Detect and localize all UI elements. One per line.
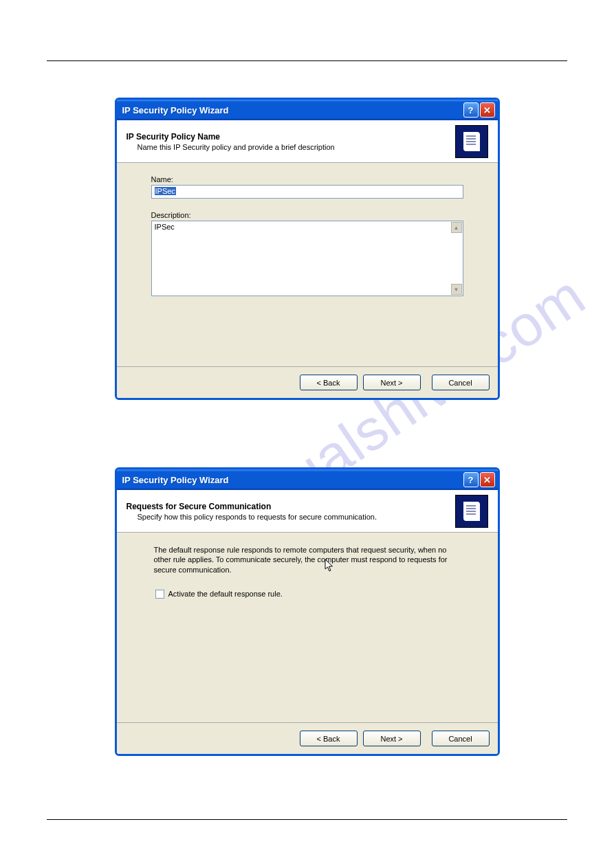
activate-default-response-rule-checkbox[interactable]: [155, 590, 164, 599]
titlebar[interactable]: IP Security Policy Wizard ? ✕: [117, 100, 498, 120]
ip-security-policy-wizard-dialog-name: IP Security Policy Wizard ? ✕ IP Securit…: [115, 98, 500, 400]
cancel-button[interactable]: Cancel: [432, 731, 490, 746]
wizard-title: Requests for Secure Communication: [127, 502, 455, 511]
document-scroll-icon: [455, 495, 488, 528]
wizard-subtitle: Specify how this policy responds to requ…: [127, 513, 455, 521]
next-button[interactable]: Next >: [363, 731, 421, 746]
help-icon: ?: [468, 475, 474, 485]
back-button[interactable]: < Back: [300, 375, 358, 390]
wizard-header: Requests for Secure Communication Specif…: [117, 490, 498, 533]
wizard-subtitle: Name this IP Security policy and provide…: [127, 143, 455, 151]
next-button[interactable]: Next >: [363, 375, 421, 390]
close-icon: ✕: [483, 475, 491, 485]
wizard-title: IP Security Policy Name: [127, 132, 455, 142]
close-button[interactable]: ✕: [480, 102, 495, 118]
scroll-down-button[interactable]: ▼: [451, 284, 462, 295]
chevron-down-icon: ▼: [454, 287, 459, 293]
name-label: Name:: [151, 175, 463, 183]
wizard-header: IP Security Policy Name Name this IP Sec…: [117, 120, 498, 163]
name-input[interactable]: IPSec: [151, 185, 463, 199]
close-icon: ✕: [483, 105, 491, 115]
cursor-icon: [325, 559, 334, 572]
back-button[interactable]: < Back: [300, 731, 358, 746]
checkbox-label: Activate the default response rule.: [168, 590, 283, 598]
help-button[interactable]: ?: [463, 472, 479, 487]
document-scroll-icon: [455, 125, 488, 158]
document-divider-top: [47, 60, 567, 61]
scroll-up-button[interactable]: ▲: [451, 222, 462, 233]
document-divider-bottom: [47, 819, 567, 820]
button-bar: < Back Next > Cancel: [117, 722, 498, 754]
button-bar: < Back Next > Cancel: [117, 366, 498, 398]
ip-security-policy-wizard-dialog-requests: IP Security Policy Wizard ? ✕ Requests f…: [115, 467, 500, 756]
window-title: IP Security Policy Wizard: [122, 105, 462, 115]
titlebar[interactable]: IP Security Policy Wizard ? ✕: [117, 469, 498, 490]
chevron-up-icon: ▲: [454, 225, 459, 231]
cancel-button[interactable]: Cancel: [432, 375, 490, 390]
explanation-text: The default response rule responds to re…: [151, 545, 463, 575]
description-textarea[interactable]: IPSec ▲ ▼: [151, 221, 463, 296]
close-button[interactable]: ✕: [480, 472, 495, 487]
window-title: IP Security Policy Wizard: [122, 475, 462, 485]
description-label: Description:: [151, 211, 463, 219]
help-icon: ?: [468, 105, 474, 115]
help-button[interactable]: ?: [463, 102, 479, 118]
